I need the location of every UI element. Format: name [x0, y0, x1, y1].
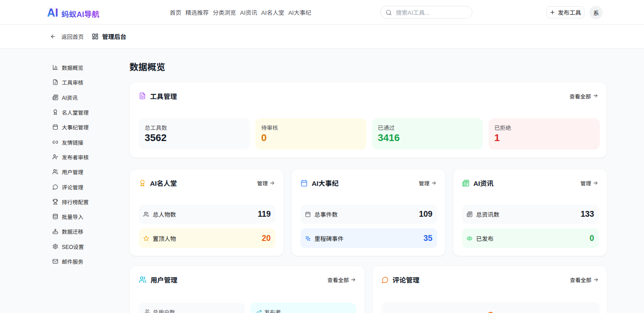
svg-text:AI: AI — [47, 6, 58, 18]
